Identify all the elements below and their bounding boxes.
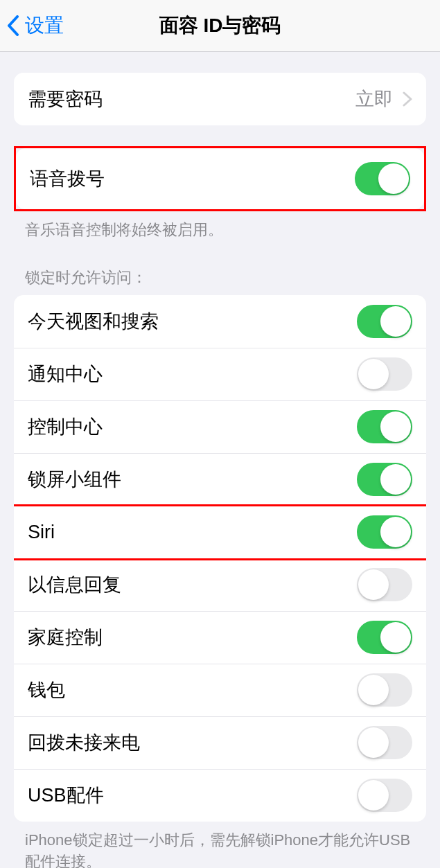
access-toggle-[interactable]	[357, 568, 412, 601]
voice-dial-toggle[interactable]	[355, 162, 410, 195]
access-row-usb: USB配件	[14, 769, 426, 822]
access-toggle-[interactable]	[357, 410, 412, 443]
chevron-left-icon	[7, 15, 19, 36]
page-title: 面容 ID与密码	[159, 12, 281, 39]
access-row-: 通知中心	[14, 348, 426, 400]
access-label: 控制中心	[28, 414, 103, 439]
require-passcode-group: 需要密码 立即	[14, 73, 426, 125]
lock-access-group: 今天视图和搜索通知中心控制中心锁屏小组件Siri以信息回复家庭控制钱包回拨未接来…	[14, 295, 426, 822]
access-toggle-siri[interactable]	[357, 515, 412, 549]
access-toggle-[interactable]	[357, 305, 412, 338]
access-label: 通知中心	[28, 362, 103, 387]
back-button[interactable]: 设置	[7, 12, 64, 39]
chevron-right-icon	[403, 91, 412, 107]
access-row-: 控制中心	[14, 400, 426, 453]
access-toggle-[interactable]	[357, 621, 412, 654]
voice-dial-row: 语音拨号	[16, 148, 424, 209]
access-toggle-[interactable]	[357, 357, 412, 391]
access-row-siri: Siri	[14, 506, 426, 558]
require-passcode-row[interactable]: 需要密码 立即	[14, 73, 426, 125]
access-row-: 锁屏小组件	[14, 453, 426, 506]
back-label: 设置	[25, 12, 64, 39]
access-row-: 以信息回复	[14, 558, 426, 611]
access-label: USB配件	[28, 783, 104, 808]
usb-footer: iPhone锁定超过一小时后，需先解锁iPhone才能允许USB配件连接。	[0, 822, 440, 868]
access-row-: 家庭控制	[14, 611, 426, 664]
access-toggle-usb[interactable]	[357, 779, 412, 812]
access-header: 锁定时允许访问：	[0, 241, 440, 295]
access-label: 今天视图和搜索	[28, 309, 159, 334]
access-toggle-[interactable]	[357, 673, 412, 707]
voice-dial-group: 语音拨号	[16, 148, 424, 209]
navigation-bar: 设置 面容 ID与密码	[0, 0, 440, 52]
require-passcode-value: 立即	[355, 87, 412, 112]
access-row-: 钱包	[14, 664, 426, 716]
access-row-: 回拨未接来电	[14, 716, 426, 769]
access-label: 以信息回复	[28, 572, 121, 597]
access-row-: 今天视图和搜索	[14, 295, 426, 348]
access-label: 钱包	[28, 677, 65, 702]
voice-dial-highlight: 语音拨号	[14, 146, 426, 211]
access-label: 锁屏小组件	[28, 467, 121, 492]
access-label: Siri	[28, 522, 55, 543]
access-label: 回拨未接来电	[28, 730, 140, 755]
voice-dial-footer: 音乐语音控制将始终被启用。	[0, 211, 440, 241]
voice-dial-label: 语音拨号	[30, 166, 105, 191]
require-passcode-label: 需要密码	[28, 87, 103, 112]
access-toggle-[interactable]	[357, 726, 412, 759]
access-toggle-[interactable]	[357, 463, 412, 496]
access-label: 家庭控制	[28, 625, 103, 650]
